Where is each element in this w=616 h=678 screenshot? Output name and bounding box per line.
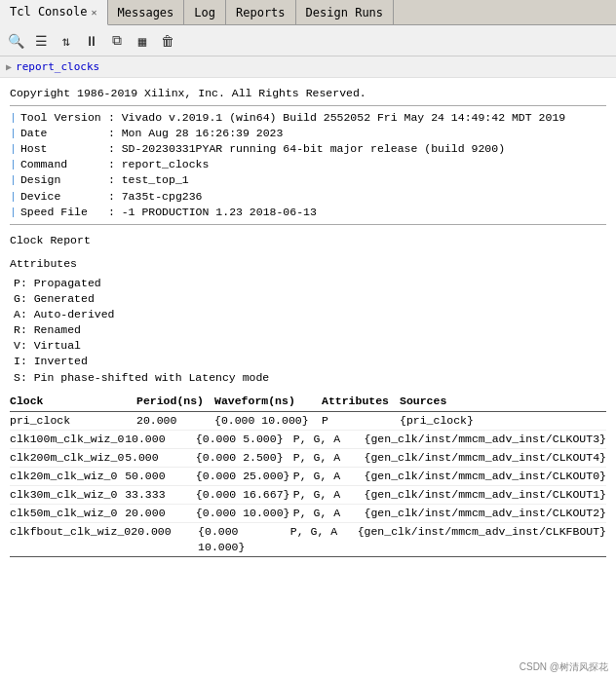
- design-line: | Design : test_top_1: [10, 172, 606, 188]
- cell-waveform: {0.000 25.000}: [196, 469, 293, 484]
- cell-clock: pri_clock: [10, 413, 136, 429]
- tab-reports[interactable]: Reports: [226, 0, 296, 25]
- tab-label: Messages: [118, 6, 174, 19]
- design-key: Design: [20, 172, 108, 188]
- breadcrumb-icon: ▶: [6, 61, 12, 72]
- bar-icon: |: [10, 205, 17, 220]
- cell-waveform: {0.000 2.500}: [196, 450, 293, 466]
- cell-waveform: {0.000 5.000}: [196, 432, 293, 447]
- cell-period: 50.000: [125, 469, 196, 484]
- breadcrumb-label[interactable]: report_clocks: [16, 60, 99, 73]
- table-body: pri_clock 20.000 {0.000 10.000} P {pri_c…: [10, 412, 606, 558]
- cell-sources: {gen_clk/inst/mmcm_adv_inst/CLKOUT1}: [365, 487, 606, 503]
- cell-attrs: P, G, A: [293, 487, 365, 503]
- header-sources: Sources: [400, 394, 606, 409]
- attributes-title: Attributes: [10, 256, 606, 272]
- attr-v: V: Virtual: [14, 338, 606, 354]
- device-val: : 7a35t-cpg236: [108, 189, 203, 205]
- cell-attrs: P, G, A: [290, 524, 358, 555]
- table-row: clk20m_clk_wiz_0 50.000 {0.000 25.000} P…: [10, 468, 606, 486]
- copyright-line: Copyright 1986-2019 Xilinx, Inc. All Rig…: [10, 86, 606, 101]
- table-header: Clock Period(ns) Waveform(ns) Attributes…: [10, 394, 606, 412]
- cell-sources: {gen_clk/inst/mmcm_adv_inst/CLKOUT4}: [365, 450, 606, 466]
- search-icon[interactable]: 🔍: [6, 31, 25, 51]
- device-line: | Device : 7a35t-cpg236: [10, 189, 606, 205]
- cell-attrs: P, G, A: [293, 506, 365, 521]
- tab-messages[interactable]: Messages: [108, 0, 185, 25]
- attr-p: P: Propagated: [14, 276, 606, 291]
- header-waveform: Waveform(ns): [214, 394, 322, 409]
- command-val: : report_clocks: [108, 157, 210, 172]
- cell-sources: {gen_clk/inst/mmcm_adv_inst/CLKOUT2}: [365, 506, 606, 521]
- command-key: Command: [20, 157, 108, 172]
- cell-attrs: P, G, A: [293, 450, 365, 466]
- date-key: Date: [20, 126, 108, 141]
- cell-period: 20.000: [125, 506, 196, 521]
- sort-icon[interactable]: ⇅: [57, 31, 76, 51]
- table-row: clk100m_clk_wiz_0 10.000 {0.000 5.000} P…: [10, 431, 606, 449]
- header-attrs: Attributes: [322, 394, 400, 409]
- bar-icon: |: [10, 172, 17, 188]
- speed-val: : -1 PRODUCTION 1.23 2018-06-13: [108, 205, 317, 220]
- attr-block: P: Propagated G: Generated A: Auto-deriv…: [10, 276, 606, 386]
- breadcrumb: ▶ report_clocks: [0, 56, 616, 78]
- design-val: : test_top_1: [108, 172, 189, 188]
- cell-sources: {pri_clock}: [400, 413, 606, 429]
- table-row: pri_clock 20.000 {0.000 10.000} P {pri_c…: [10, 412, 606, 431]
- attr-r: R: Renamed: [14, 322, 606, 338]
- cell-sources: {gen_clk/inst/mmcm_adv_inst/CLKFBOUT}: [358, 524, 606, 555]
- clock-report-title: Clock Report: [10, 233, 606, 248]
- table-icon[interactable]: ▦: [133, 31, 152, 51]
- copy-icon[interactable]: ⧉: [107, 31, 127, 51]
- cell-clock: clk100m_clk_wiz_0: [10, 432, 125, 447]
- table-row: clk200m_clk_wiz_0 5.000 {0.000 2.500} P,…: [10, 449, 606, 468]
- speed-key: Speed File: [20, 205, 108, 220]
- table-row: clk50m_clk_wiz_0 20.000 {0.000 10.000} P…: [10, 505, 606, 523]
- tab-design-runs[interactable]: Design Runs: [296, 0, 394, 25]
- date-val: : Mon Aug 28 16:26:39 2023: [108, 126, 283, 141]
- tab-tcl-console[interactable]: Tcl Console ✕: [0, 0, 108, 25]
- tab-label: Tcl Console: [10, 5, 87, 19]
- tab-label: Log: [194, 6, 215, 19]
- cell-attrs: P, G, A: [293, 432, 365, 447]
- host-key: Host: [20, 141, 108, 157]
- bar-icon: |: [10, 141, 17, 157]
- tab-label: Reports: [236, 6, 286, 19]
- tool-version-line: | Tool Version : Vivado v.2019.1 (win64)…: [10, 110, 606, 126]
- tab-close-icon[interactable]: ✕: [91, 7, 96, 18]
- cell-waveform: {0.000 10.000}: [196, 506, 293, 521]
- tool-version-val: : Vivado v.2019.1 (win64) Build 2552052 …: [108, 110, 565, 126]
- tool-version-key: Tool Version: [20, 110, 108, 126]
- bar-icon: |: [10, 110, 17, 126]
- cell-period: 33.333: [125, 487, 196, 503]
- cell-clock: clk30m_clk_wiz_0: [10, 487, 125, 503]
- align-icon[interactable]: ☰: [31, 31, 51, 51]
- date-line: | Date : Mon Aug 28 16:26:39 2023: [10, 126, 606, 141]
- cell-sources: {gen_clk/inst/mmcm_adv_inst/CLKOUT3}: [365, 432, 606, 447]
- attr-g: G: Generated: [14, 291, 606, 307]
- cell-period: 5.000: [125, 450, 196, 466]
- host-line: | Host : SD-20230331PYAR running 64-bit …: [10, 141, 606, 157]
- cell-period: 20.000: [131, 524, 198, 555]
- speed-line: | Speed File : -1 PRODUCTION 1.23 2018-0…: [10, 205, 606, 220]
- command-line: | Command : report_clocks: [10, 157, 606, 172]
- bar-icon: |: [10, 126, 17, 141]
- header-period: Period(ns): [136, 394, 214, 409]
- tab-log[interactable]: Log: [184, 0, 226, 25]
- cell-clock: clk50m_clk_wiz_0: [10, 506, 125, 521]
- tab-label: Design Runs: [306, 6, 383, 19]
- cell-waveform: {0.000 16.667}: [196, 487, 293, 503]
- cell-period: 10.000: [125, 432, 196, 447]
- attr-i: I: Inverted: [14, 354, 606, 369]
- host-val: : SD-20230331PYAR running 64-bit major r…: [108, 141, 505, 157]
- pause-icon[interactable]: ⏸: [82, 31, 101, 51]
- delete-icon[interactable]: 🗑: [158, 31, 177, 51]
- cell-clock: clk20m_clk_wiz_0: [10, 469, 125, 484]
- cell-attrs: P, G, A: [293, 469, 365, 484]
- bar-icon: |: [10, 157, 17, 172]
- header-clock: Clock: [10, 394, 136, 409]
- cell-sources: {gen_clk/inst/mmcm_adv_inst/CLKOUT0}: [365, 469, 606, 484]
- tab-bar: Tcl Console ✕ Messages Log Reports Desig…: [0, 0, 616, 25]
- attr-s: S: Pin phase-shifted with Latency mode: [14, 370, 606, 386]
- bar-icon: |: [10, 189, 17, 205]
